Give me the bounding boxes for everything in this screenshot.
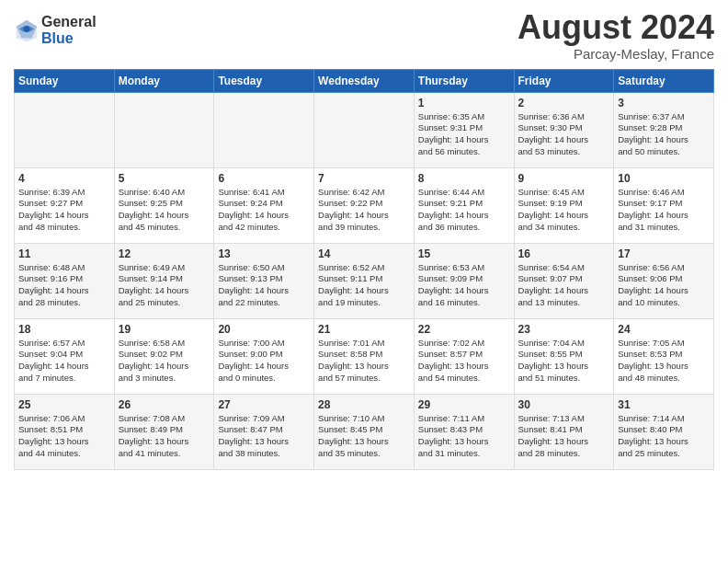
main-container: General Blue August 2024 Parcay-Meslay, … bbox=[0, 0, 728, 563]
calendar-cell bbox=[214, 92, 314, 167]
day-number: 15 bbox=[418, 247, 510, 260]
calendar-cell: 31Sunrise: 7:14 AM Sunset: 8:40 PM Dayli… bbox=[614, 394, 714, 469]
day-info: Sunrise: 6:40 AM Sunset: 9:25 PM Dayligh… bbox=[119, 187, 210, 234]
day-number: 20 bbox=[218, 323, 310, 336]
col-wednesday: Wednesday bbox=[314, 69, 415, 92]
day-number: 1 bbox=[418, 97, 510, 109]
day-number: 22 bbox=[418, 323, 510, 336]
day-number: 29 bbox=[418, 398, 510, 411]
calendar-cell: 18Sunrise: 6:57 AM Sunset: 9:04 PM Dayli… bbox=[15, 318, 115, 394]
logo-text: General Blue bbox=[41, 14, 97, 46]
day-info: Sunrise: 6:44 AM Sunset: 9:21 PM Dayligh… bbox=[418, 187, 510, 234]
calendar-cell: 9Sunrise: 6:45 AM Sunset: 9:19 PM Daylig… bbox=[514, 167, 614, 243]
day-number: 31 bbox=[618, 398, 710, 411]
col-sunday: Sunday bbox=[15, 69, 115, 92]
day-number: 3 bbox=[618, 97, 710, 109]
calendar-cell: 11Sunrise: 6:48 AM Sunset: 9:16 PM Dayli… bbox=[15, 243, 115, 318]
day-info: Sunrise: 7:10 AM Sunset: 8:45 PM Dayligh… bbox=[318, 413, 410, 460]
day-info: Sunrise: 7:04 AM Sunset: 8:55 PM Dayligh… bbox=[518, 338, 610, 385]
day-info: Sunrise: 6:41 AM Sunset: 9:24 PM Dayligh… bbox=[218, 187, 310, 234]
week-row-4: 18Sunrise: 6:57 AM Sunset: 9:04 PM Dayli… bbox=[15, 318, 714, 394]
calendar-cell: 27Sunrise: 7:09 AM Sunset: 8:47 PM Dayli… bbox=[214, 394, 314, 469]
calendar-cell: 6Sunrise: 6:41 AM Sunset: 9:24 PM Daylig… bbox=[214, 167, 314, 243]
calendar-cell: 7Sunrise: 6:42 AM Sunset: 9:22 PM Daylig… bbox=[314, 167, 415, 243]
day-info: Sunrise: 6:57 AM Sunset: 9:04 PM Dayligh… bbox=[18, 338, 110, 385]
day-info: Sunrise: 6:35 AM Sunset: 9:31 PM Dayligh… bbox=[418, 111, 510, 158]
day-number: 27 bbox=[218, 398, 310, 411]
location: Parcay-Meslay, France bbox=[518, 46, 714, 62]
day-info: Sunrise: 7:08 AM Sunset: 8:49 PM Dayligh… bbox=[119, 413, 210, 460]
col-monday: Monday bbox=[114, 69, 214, 92]
day-number: 14 bbox=[318, 247, 410, 260]
day-info: Sunrise: 6:37 AM Sunset: 9:28 PM Dayligh… bbox=[618, 111, 710, 158]
logo-icon bbox=[14, 17, 40, 43]
calendar-cell: 5Sunrise: 6:40 AM Sunset: 9:25 PM Daylig… bbox=[114, 167, 214, 243]
calendar-cell: 29Sunrise: 7:11 AM Sunset: 8:43 PM Dayli… bbox=[414, 394, 514, 469]
day-info: Sunrise: 7:01 AM Sunset: 8:58 PM Dayligh… bbox=[318, 338, 410, 385]
header-row: Sunday Monday Tuesday Wednesday Thursday… bbox=[15, 69, 714, 92]
calendar-cell bbox=[114, 92, 214, 167]
calendar-cell: 4Sunrise: 6:39 AM Sunset: 9:27 PM Daylig… bbox=[15, 167, 115, 243]
day-info: Sunrise: 6:50 AM Sunset: 9:13 PM Dayligh… bbox=[218, 262, 310, 309]
day-number: 6 bbox=[218, 172, 310, 185]
calendar-cell: 10Sunrise: 6:46 AM Sunset: 9:17 PM Dayli… bbox=[614, 167, 714, 243]
svg-point-2 bbox=[24, 26, 30, 32]
day-number: 2 bbox=[518, 97, 610, 109]
calendar-cell: 21Sunrise: 7:01 AM Sunset: 8:58 PM Dayli… bbox=[314, 318, 415, 394]
calendar-cell: 30Sunrise: 7:13 AM Sunset: 8:41 PM Dayli… bbox=[514, 394, 614, 469]
calendar-cell: 15Sunrise: 6:53 AM Sunset: 9:09 PM Dayli… bbox=[414, 243, 514, 318]
day-number: 16 bbox=[518, 247, 610, 260]
calendar-cell bbox=[314, 92, 415, 167]
calendar-cell: 14Sunrise: 6:52 AM Sunset: 9:11 PM Dayli… bbox=[314, 243, 415, 318]
day-info: Sunrise: 7:14 AM Sunset: 8:40 PM Dayligh… bbox=[618, 413, 710, 460]
day-number: 19 bbox=[119, 323, 210, 336]
day-info: Sunrise: 7:05 AM Sunset: 8:53 PM Dayligh… bbox=[618, 338, 710, 385]
week-row-3: 11Sunrise: 6:48 AM Sunset: 9:16 PM Dayli… bbox=[15, 243, 714, 318]
day-number: 17 bbox=[618, 247, 710, 260]
day-info: Sunrise: 6:42 AM Sunset: 9:22 PM Dayligh… bbox=[318, 187, 410, 234]
calendar-cell bbox=[15, 92, 115, 167]
day-info: Sunrise: 7:02 AM Sunset: 8:57 PM Dayligh… bbox=[418, 338, 510, 385]
month-title: August 2024 bbox=[518, 9, 714, 46]
day-number: 11 bbox=[18, 247, 110, 260]
day-info: Sunrise: 6:54 AM Sunset: 9:07 PM Dayligh… bbox=[518, 262, 610, 309]
day-info: Sunrise: 6:46 AM Sunset: 9:17 PM Dayligh… bbox=[618, 187, 710, 234]
day-info: Sunrise: 6:36 AM Sunset: 9:30 PM Dayligh… bbox=[518, 111, 610, 158]
calendar-cell: 28Sunrise: 7:10 AM Sunset: 8:45 PM Dayli… bbox=[314, 394, 415, 469]
day-number: 30 bbox=[518, 398, 610, 411]
calendar-cell: 3Sunrise: 6:37 AM Sunset: 9:28 PM Daylig… bbox=[614, 92, 714, 167]
calendar-table: Sunday Monday Tuesday Wednesday Thursday… bbox=[14, 69, 714, 470]
day-info: Sunrise: 7:00 AM Sunset: 9:00 PM Dayligh… bbox=[218, 338, 310, 385]
day-number: 26 bbox=[119, 398, 210, 411]
day-number: 23 bbox=[518, 323, 610, 336]
col-friday: Friday bbox=[514, 69, 614, 92]
day-info: Sunrise: 7:06 AM Sunset: 8:51 PM Dayligh… bbox=[18, 413, 110, 460]
calendar-cell: 17Sunrise: 6:56 AM Sunset: 9:06 PM Dayli… bbox=[614, 243, 714, 318]
title-area: August 2024 Parcay-Meslay, France bbox=[518, 9, 714, 62]
calendar-cell: 22Sunrise: 7:02 AM Sunset: 8:57 PM Dayli… bbox=[414, 318, 514, 394]
calendar-cell: 25Sunrise: 7:06 AM Sunset: 8:51 PM Dayli… bbox=[15, 394, 115, 469]
day-number: 9 bbox=[518, 172, 610, 185]
week-row-2: 4Sunrise: 6:39 AM Sunset: 9:27 PM Daylig… bbox=[15, 167, 714, 243]
calendar-cell: 12Sunrise: 6:49 AM Sunset: 9:14 PM Dayli… bbox=[114, 243, 214, 318]
calendar-cell: 26Sunrise: 7:08 AM Sunset: 8:49 PM Dayli… bbox=[114, 394, 214, 469]
day-number: 25 bbox=[18, 398, 110, 411]
day-number: 12 bbox=[119, 247, 210, 260]
header: General Blue August 2024 Parcay-Meslay, … bbox=[14, 9, 714, 62]
logo-general: General bbox=[41, 14, 97, 30]
day-info: Sunrise: 7:09 AM Sunset: 8:47 PM Dayligh… bbox=[218, 413, 310, 460]
col-tuesday: Tuesday bbox=[214, 69, 314, 92]
day-number: 21 bbox=[318, 323, 410, 336]
day-info: Sunrise: 6:45 AM Sunset: 9:19 PM Dayligh… bbox=[518, 187, 610, 234]
calendar-cell: 8Sunrise: 6:44 AM Sunset: 9:21 PM Daylig… bbox=[414, 167, 514, 243]
calendar-cell: 16Sunrise: 6:54 AM Sunset: 9:07 PM Dayli… bbox=[514, 243, 614, 318]
day-info: Sunrise: 6:53 AM Sunset: 9:09 PM Dayligh… bbox=[418, 262, 510, 309]
logo-blue: Blue bbox=[41, 30, 97, 47]
day-info: Sunrise: 7:11 AM Sunset: 8:43 PM Dayligh… bbox=[418, 413, 510, 460]
day-number: 28 bbox=[318, 398, 410, 411]
day-number: 10 bbox=[618, 172, 710, 185]
week-row-1: 1Sunrise: 6:35 AM Sunset: 9:31 PM Daylig… bbox=[15, 92, 714, 167]
calendar-cell: 19Sunrise: 6:58 AM Sunset: 9:02 PM Dayli… bbox=[114, 318, 214, 394]
calendar-cell: 20Sunrise: 7:00 AM Sunset: 9:00 PM Dayli… bbox=[214, 318, 314, 394]
week-row-5: 25Sunrise: 7:06 AM Sunset: 8:51 PM Dayli… bbox=[15, 394, 714, 469]
